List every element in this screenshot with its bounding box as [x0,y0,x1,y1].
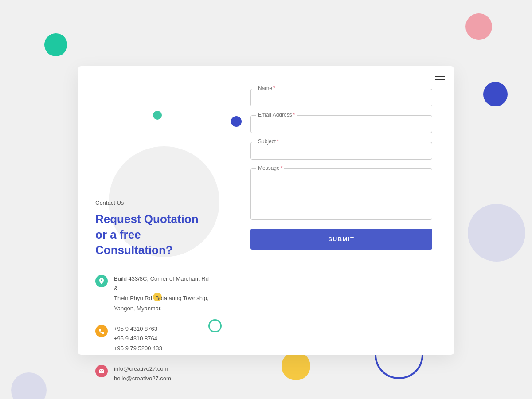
subject-field-group: Subject* [250,142,432,160]
message-field-group: Message* [250,168,432,220]
subject-label: Subject* [256,138,281,145]
email-input[interactable] [257,121,426,128]
name-field-group: Name* [250,89,432,106]
location-icon [95,275,108,287]
phone-item: +95 9 4310 8763+95 9 4310 8764+95 9 79 5… [95,324,211,353]
email-icon [95,365,108,377]
page-heading: Request Quotation or a free Consultation… [95,211,211,258]
left-panel: Contact Us Request Quotation or a free C… [78,66,228,355]
bg-circle-pink [466,13,492,40]
phone-text: +95 9 4310 8763+95 9 4310 8764+95 9 79 5… [114,324,162,353]
bg-circle-lavender-bottomleft [11,372,47,399]
contact-us-label: Contact Us [95,200,211,206]
dot-green [153,111,162,120]
message-input[interactable] [257,173,426,213]
name-input[interactable] [257,94,426,101]
email-label: Email Address* [256,112,297,118]
address-item: Build 433/8C, Corner of Marchant Rd &The… [95,274,211,313]
name-label: Name* [256,85,277,91]
email-field-group: Email Address* [250,115,432,133]
bg-circle-darkblue [483,82,508,106]
message-label: Message* [256,165,284,171]
email-text: info@creativo27.comhello@creativo27.com [114,364,171,383]
phone-icon [95,325,108,337]
submit-button[interactable]: SUBMIT [250,229,432,250]
email-item: info@creativo27.comhello@creativo27.com [95,364,211,383]
contact-form: Name* Email Address* Subject* Message* S… [228,66,454,355]
address-text: Build 433/8C, Corner of Marchant Rd &The… [114,274,211,313]
subject-input[interactable] [257,147,426,154]
dot-blue [231,116,242,127]
bg-circle-yellow-bottom [282,352,310,380]
bg-circle-lavender [468,204,525,262]
bg-circle-green [44,33,67,56]
contact-card: Contact Us Request Quotation or a free C… [78,66,454,355]
